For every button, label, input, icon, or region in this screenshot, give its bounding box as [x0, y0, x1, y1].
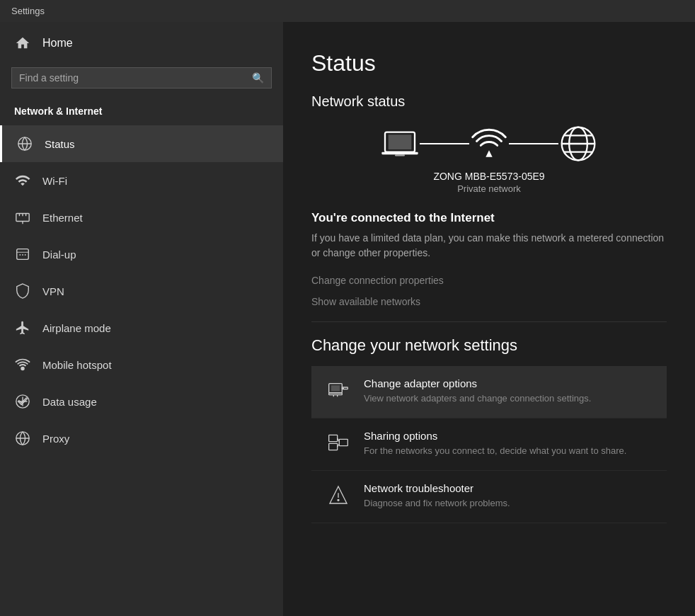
troubleshooter-title: Network troubleshooter — [364, 482, 653, 494]
nav-item-status[interactable]: Status — [0, 125, 283, 162]
main-layout: Home 🔍 Network & Internet Status — [0, 22, 695, 616]
nav-item-data[interactable]: Data usage — [0, 383, 283, 420]
adapter-content: Change adapter options View network adap… — [364, 377, 653, 405]
vpn-icon — [14, 283, 31, 300]
adapter-icon — [326, 377, 351, 406]
dialup-label: Dial-up — [42, 249, 76, 261]
svg-point-34 — [338, 499, 339, 501]
sidebar: Home 🔍 Network & Internet Status — [0, 22, 283, 616]
home-icon — [14, 35, 31, 52]
globe-diagram-icon — [558, 124, 598, 164]
troubleshooter-icon — [326, 482, 351, 511]
ethernet-label: Ethernet — [42, 212, 83, 224]
line-2 — [509, 143, 558, 144]
search-input[interactable] — [19, 72, 246, 84]
proxy-label: Proxy — [42, 433, 69, 445]
connection-status: You're connected to the Internet — [311, 211, 667, 225]
adapter-options-card[interactable]: Change adapter options View network adap… — [311, 366, 667, 418]
network-info: ZONG MBB-E5573-05E9 Private network — [311, 171, 667, 194]
search-box[interactable]: 🔍 — [11, 67, 272, 89]
home-label: Home — [42, 37, 73, 50]
svg-rect-22 — [331, 385, 340, 391]
network-type: Private network — [311, 183, 667, 194]
wifi-icon — [14, 172, 31, 189]
hotspot-icon — [14, 356, 31, 373]
svg-point-10 — [25, 254, 26, 256]
network-diagram — [311, 124, 667, 164]
data-icon — [14, 393, 31, 410]
nav-item-proxy[interactable]: Proxy — [0, 420, 283, 457]
svg-rect-14 — [381, 152, 418, 155]
home-button[interactable]: Home — [0, 22, 283, 64]
troubleshooter-desc: Diagnose and fix network problems. — [364, 497, 653, 510]
dialup-icon — [14, 246, 31, 263]
airplane-icon — [14, 319, 31, 336]
vpn-label: VPN — [42, 285, 64, 297]
app-title: Settings — [11, 6, 45, 16]
laptop-icon — [380, 124, 420, 164]
nav-item-hotspot[interactable]: Mobile hotspot — [0, 346, 283, 383]
search-icon: 🔍 — [252, 72, 264, 84]
adapter-desc: View network adapters and change connect… — [364, 392, 653, 405]
svg-rect-28 — [329, 435, 338, 441]
sharing-icon — [326, 430, 351, 459]
nav-item-airplane[interactable]: Airplane mode — [0, 309, 283, 346]
nav-item-ethernet[interactable]: Ethernet — [0, 199, 283, 236]
change-settings-title: Change your network settings — [311, 336, 667, 355]
airplane-label: Airplane mode — [42, 322, 111, 334]
sharing-content: Sharing options For the networks you con… — [364, 430, 653, 457]
sidebar-section-title: Network & Internet — [0, 100, 283, 125]
nav-item-wifi[interactable]: Wi-Fi — [0, 162, 283, 199]
svg-point-9 — [22, 254, 23, 256]
svg-rect-29 — [329, 443, 338, 450]
svg-point-8 — [19, 254, 21, 256]
page-title: Status — [311, 50, 667, 76]
proxy-icon — [14, 430, 31, 447]
hotspot-label: Mobile hotspot — [42, 359, 112, 371]
network-status-title: Network status — [311, 93, 667, 110]
network-name: ZONG MBB-E5573-05E9 — [311, 171, 667, 182]
troubleshooter-content: Network troubleshooter Diagnose and fix … — [364, 482, 653, 510]
sharing-options-card[interactable]: Sharing options For the networks you con… — [311, 418, 667, 471]
data-label: Data usage — [42, 396, 97, 408]
svg-rect-13 — [389, 135, 412, 149]
sharing-title: Sharing options — [364, 430, 653, 442]
line-1 — [420, 143, 469, 144]
adapter-title: Change adapter options — [364, 377, 653, 389]
sharing-desc: For the networks you connect to, decide … — [364, 445, 653, 457]
change-properties-link[interactable]: Change connection properties — [311, 275, 667, 286]
wifi-diagram-icon — [469, 124, 509, 164]
svg-rect-15 — [395, 154, 405, 156]
ethernet-icon — [14, 209, 31, 226]
svg-rect-25 — [329, 393, 343, 395]
nav-item-vpn[interactable]: VPN — [0, 273, 283, 309]
content-area: Status Network status — [283, 22, 695, 616]
svg-rect-30 — [339, 439, 348, 445]
divider — [311, 321, 667, 322]
status-icon — [16, 135, 33, 152]
status-label: Status — [45, 138, 75, 150]
wifi-label: Wi-Fi — [42, 175, 67, 187]
show-networks-link[interactable]: Show available networks — [311, 296, 667, 307]
nav-item-dialup[interactable]: Dial-up — [0, 236, 283, 273]
connection-desc: If you have a limited data plan, you can… — [311, 231, 665, 261]
title-bar: Settings — [0, 0, 695, 22]
troubleshooter-card[interactable]: Network troubleshooter Diagnose and fix … — [311, 471, 667, 523]
